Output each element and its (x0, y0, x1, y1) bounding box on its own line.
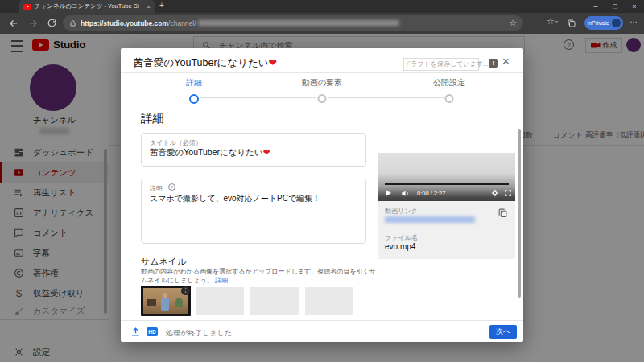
dialog-title: 茜音愛のYouTuberになりたい❤ (134, 56, 277, 70)
thumbnail-learn-more-link[interactable]: 詳細 (215, 277, 228, 284)
thumbnail-heading: サムネイル (141, 256, 186, 268)
video-link-label: 動画リンク (385, 207, 418, 216)
player-time: 0:00 / 2:27 (417, 190, 445, 197)
thumbnail-selected[interactable]: ⋮ (141, 286, 191, 316)
title-field-label: タイトル（必須） (150, 138, 202, 147)
thumbnail-placeholder[interactable] (250, 287, 299, 315)
url-redacted (198, 20, 399, 26)
step-line (328, 97, 444, 98)
upload-dialog: 茜音愛のYouTuberになりたい❤ ドラフトを保存しています... ! × 詳… (121, 48, 523, 342)
collections-icon[interactable] (567, 19, 576, 28)
step-dot[interactable] (318, 94, 327, 103)
hd-badge: HD (147, 327, 158, 336)
thumbnail-description: 動画の内容がわかる画像を選択するかアップロードします。視聴者の目を引くサムネイル… (141, 267, 379, 285)
description-field-value: スマホで撮影して、evo対応ノートPCで編集！ (150, 193, 320, 204)
thumbnail-placeholder[interactable] (196, 287, 244, 315)
dialog-scrollbar[interactable] (518, 129, 521, 298)
window-maximize-button[interactable]: □ (605, 0, 625, 13)
url-path: /channel/ (168, 19, 196, 27)
step-video-elements[interactable]: 動画の要素 (302, 77, 342, 88)
browser-toolbar: https://studio.youtube.com /channel/ ☆ ☆… (0, 13, 644, 34)
step-dot-active[interactable] (189, 94, 199, 104)
tab-close-icon[interactable]: × (147, 3, 151, 10)
address-bar[interactable]: https://studio.youtube.com /channel/ ☆ (63, 15, 523, 31)
browser-menu-icon[interactable]: … (630, 15, 638, 24)
heart-icon: ❤ (263, 147, 270, 157)
step-line (200, 97, 316, 98)
volume-icon[interactable] (401, 189, 410, 198)
copy-link-icon[interactable] (497, 208, 508, 219)
next-button[interactable]: 次へ (489, 325, 517, 339)
send-feedback-icon[interactable]: ! (489, 59, 498, 68)
browser-titlebar: チャンネルのコンテンツ - YouTube St × + – □ × (0, 0, 644, 13)
fullscreen-icon[interactable] (504, 189, 512, 197)
play-icon[interactable] (386, 190, 391, 196)
player-progress-bar[interactable] (385, 183, 509, 185)
youtube-favicon-icon (23, 4, 31, 10)
video-info-panel: 動画リンク ファイル名 evo.mp4 (378, 201, 515, 259)
profile-avatar-icon (612, 19, 621, 27)
file-name-value: evo.mp4 (385, 242, 415, 251)
video-player[interactable]: 0:00 / 2:27 (378, 153, 515, 201)
inprivate-label: InPrivate (587, 20, 609, 26)
window-close-button[interactable]: × (625, 0, 644, 13)
dialog-footer: HD 処理が終了しました 次へ (121, 320, 523, 343)
collections-star-icon[interactable]: ☆≡ (547, 16, 558, 27)
draft-status-button[interactable]: ドラフトを保存しています... (403, 58, 479, 71)
upload-status-icon (130, 327, 141, 337)
thumbnail-placeholder[interactable] (305, 287, 353, 315)
processing-status: 処理が終了しました (166, 328, 232, 339)
description-help-icon[interactable]: ? (168, 183, 175, 191)
back-icon[interactable] (8, 18, 19, 29)
browser-tab[interactable]: チャンネルのコンテンツ - YouTube St × (19, 0, 155, 13)
url-host: https://studio.youtube.com (80, 19, 168, 27)
screenshot-root: チャンネルのコンテンツ - YouTube St × + – □ × https… (0, 0, 644, 362)
dialog-close-icon[interactable]: × (502, 54, 510, 68)
section-heading: 詳細 (141, 111, 164, 126)
step-dot[interactable] (445, 94, 454, 103)
video-description-field[interactable]: 説明 ? スマホで撮影して、evo対応ノートPCで編集！ (141, 179, 366, 244)
player-settings-icon[interactable] (491, 189, 499, 197)
step-details[interactable]: 詳細 (186, 77, 202, 88)
refresh-icon[interactable] (47, 18, 57, 28)
lock-icon (69, 19, 76, 27)
video-link-redacted[interactable] (385, 216, 475, 223)
tab-title: チャンネルのコンテンツ - YouTube St (35, 2, 144, 10)
video-title-field[interactable]: タイトル（必須） 茜音愛のYouTuberになりたい❤ (141, 133, 366, 167)
title-field-value: 茜音愛のYouTuberになりたい❤ (150, 147, 270, 158)
description-field-label: 説明 (150, 184, 163, 193)
step-visibility[interactable]: 公開設定 (433, 77, 465, 88)
inprivate-badge[interactable]: InPrivate (584, 16, 623, 30)
favorite-star-icon[interactable]: ☆ (509, 18, 517, 28)
thumbnail-options-icon[interactable]: ⋮ (181, 286, 190, 295)
forward-icon[interactable] (27, 18, 39, 29)
header-divider (121, 72, 523, 73)
new-tab-button[interactable]: + (159, 1, 164, 10)
file-name-label: ファイル名 (385, 233, 418, 242)
heart-icon: ❤ (269, 57, 277, 68)
window-minimize-button[interactable]: – (586, 0, 605, 13)
